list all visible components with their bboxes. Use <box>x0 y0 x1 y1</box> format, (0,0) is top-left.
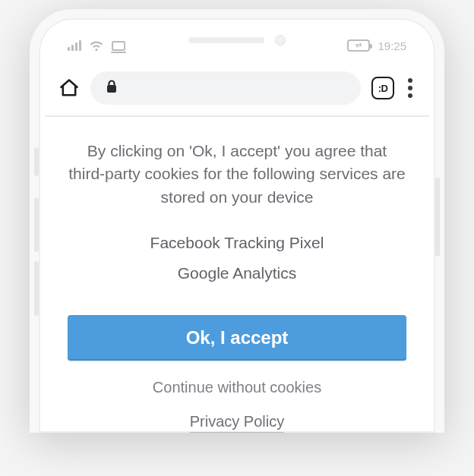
tabs-button[interactable]: :D <box>371 77 394 99</box>
browser-toolbar: :D <box>45 67 429 117</box>
privacy-policy-link[interactable]: Privacy Policy <box>190 413 284 433</box>
clock: 19:25 <box>378 39 406 52</box>
overflow-menu-icon[interactable] <box>405 75 416 101</box>
cookie-service-item: Google Analytics <box>68 259 406 288</box>
continue-without-cookies-link[interactable]: Continue without cookies <box>68 379 406 396</box>
cookie-services-list: Facebook Tracking Pixel Google Analytics <box>68 229 406 288</box>
home-icon[interactable] <box>58 77 80 99</box>
wifi-icon <box>89 40 104 52</box>
power-button <box>435 178 440 257</box>
accept-cookies-button[interactable]: Ok, I accept <box>68 315 406 361</box>
cookie-service-item: Facebook Tracking Pixel <box>68 229 406 257</box>
front-camera <box>275 35 286 46</box>
status-bar: ⇄ 19:25 <box>45 24 429 67</box>
cookie-consent-panel: By clicking on 'Ok, I accept' you agree … <box>45 117 429 433</box>
phone-notch <box>188 35 286 46</box>
volume-down-button <box>34 261 39 316</box>
tabs-badge: :D <box>378 83 388 94</box>
speaker-grille <box>188 37 264 43</box>
phone-frame: ⇄ 19:25 : <box>30 9 444 433</box>
consent-message: By clicking on 'Ok, I accept' you agree … <box>68 140 406 209</box>
volume-up-button <box>34 197 39 252</box>
battery-icon: ⇄ <box>347 39 370 52</box>
cast-icon <box>112 41 125 51</box>
signal-icon <box>68 40 81 51</box>
address-bar[interactable] <box>90 71 361 105</box>
side-button <box>34 147 39 176</box>
lock-icon <box>106 80 118 96</box>
svg-rect-0 <box>107 85 116 93</box>
